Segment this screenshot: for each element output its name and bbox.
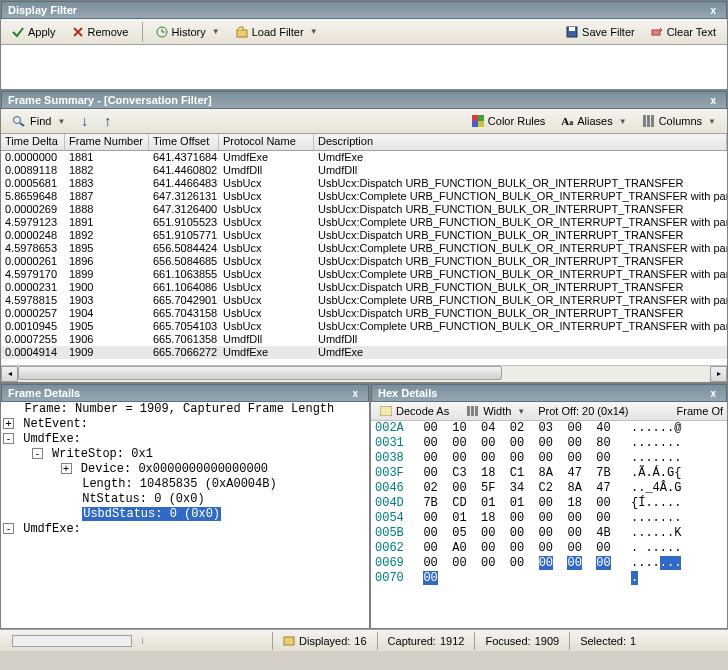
hex-row[interactable]: 004D 7B CD 01 01 00 18 00{Í..... bbox=[371, 496, 727, 511]
tree-row[interactable]: + NetEvent: bbox=[1, 417, 369, 432]
frame-summary-titlebar: Frame Summary - [Conversation Filter] x bbox=[1, 91, 727, 109]
apply-button[interactable]: Apply bbox=[5, 22, 63, 42]
svg-rect-12 bbox=[651, 115, 654, 127]
frame-details-close-button[interactable]: x bbox=[348, 388, 362, 399]
table-row[interactable]: 4.59788151903665.7042901UsbUcxUsbUcx:Com… bbox=[1, 294, 727, 307]
display-filter-textarea[interactable] bbox=[1, 45, 727, 89]
hex-row[interactable]: 0069 00 00 00 00 00 00 00....... bbox=[371, 556, 727, 571]
find-button[interactable]: Find ▼ bbox=[5, 111, 72, 131]
dropdown-icon: ▼ bbox=[619, 117, 627, 126]
tree-toggle[interactable]: + bbox=[3, 418, 14, 429]
hex-row[interactable]: 0062 00 A0 00 00 00 00 00. ..... bbox=[371, 541, 727, 556]
tree-row[interactable]: + Device: 0x0000000000000000 bbox=[1, 462, 369, 477]
table-row[interactable]: 4.59791231891651.9105523UsbUcxUsbUcx:Com… bbox=[1, 216, 727, 229]
table-row[interactable]: 5.86596481887647.3126131UsbUcxUsbUcx:Com… bbox=[1, 190, 727, 203]
load-filter-icon bbox=[236, 26, 248, 38]
tree-row[interactable]: - WriteStop: 0x1 bbox=[1, 447, 369, 462]
svg-rect-15 bbox=[471, 406, 474, 416]
table-row[interactable]: 0.00000001881641.4371684UmdfExeUmdfExe bbox=[1, 151, 727, 164]
table-row[interactable]: 0.00002481892651.9105771UsbUcxUsbUcx:Dis… bbox=[1, 229, 727, 242]
frame-details-panel: Frame Details x Frame: Number = 1909, Ca… bbox=[0, 383, 370, 629]
scroll-thumb[interactable] bbox=[18, 366, 502, 380]
svg-rect-17 bbox=[284, 637, 294, 645]
save-filter-button[interactable]: Save Filter bbox=[559, 22, 642, 42]
hex-row[interactable]: 0038 00 00 00 00 00 00 00....... bbox=[371, 451, 727, 466]
table-row[interactable]: 0.00891181882641.4460802UmdfDllUmdfDll bbox=[1, 164, 727, 177]
history-label: History bbox=[172, 26, 206, 38]
horizontal-scrollbar[interactable]: ◂ ▸ bbox=[1, 365, 727, 382]
col-protocol-name[interactable]: Protocol Name bbox=[219, 134, 314, 150]
frame-details-titlebar: Frame Details x bbox=[1, 384, 369, 402]
status-spacer bbox=[142, 638, 272, 644]
table-row[interactable]: 0.00072551906665.7061358UmdfDllUmdfDll bbox=[1, 333, 727, 346]
aliases-button[interactable]: Aa Aliases ▼ bbox=[554, 111, 633, 131]
col-description[interactable]: Description bbox=[314, 134, 727, 150]
book-icon bbox=[283, 635, 295, 647]
hex-row[interactable]: 002A 00 10 04 02 03 00 40......@ bbox=[371, 421, 727, 436]
hex-details-titlebar: Hex Details x bbox=[371, 384, 727, 402]
hex-details-body[interactable]: 002A 00 10 04 02 03 00 40......@0031 00 … bbox=[371, 421, 727, 628]
scroll-left-button[interactable]: ◂ bbox=[1, 366, 18, 382]
tree-row[interactable]: - UmdfExe: bbox=[1, 432, 369, 447]
hex-details-close-button[interactable]: x bbox=[706, 388, 720, 399]
frame-summary-close-button[interactable]: x bbox=[706, 95, 720, 106]
col-time-delta[interactable]: Time Delta bbox=[1, 134, 65, 150]
hex-row[interactable]: 0046 02 00 5F 34 C2 8A 47.._4Â.G bbox=[371, 481, 727, 496]
find-prev-button[interactable]: ↑ bbox=[97, 109, 118, 133]
decode-as-button[interactable]: Decode As bbox=[375, 403, 454, 419]
remove-button[interactable]: Remove bbox=[65, 22, 136, 42]
tree-row[interactable]: Frame: Number = 1909, Captured Frame Len… bbox=[1, 402, 369, 417]
arrow-down-icon: ↓ bbox=[81, 113, 88, 129]
load-filter-button[interactable]: Load Filter ▼ bbox=[229, 22, 325, 42]
svg-rect-14 bbox=[467, 406, 470, 416]
columns-label: Columns bbox=[659, 115, 702, 127]
clear-text-button[interactable]: Clear Text bbox=[644, 22, 723, 42]
history-button[interactable]: History ▼ bbox=[149, 22, 227, 42]
tree-toggle[interactable]: + bbox=[61, 463, 72, 474]
progress-bar bbox=[12, 635, 132, 647]
hex-row[interactable]: 005B 00 05 00 00 00 00 4B......K bbox=[371, 526, 727, 541]
apply-icon bbox=[12, 26, 24, 38]
tree-row[interactable]: - UmdfExe: bbox=[1, 522, 369, 537]
tree-row[interactable]: UsbdStatus: 0 (0x0) bbox=[1, 507, 369, 522]
table-row[interactable]: 0.00002691888647.3126400UsbUcxUsbUcx:Dis… bbox=[1, 203, 727, 216]
svg-rect-6 bbox=[472, 115, 478, 121]
find-next-button[interactable]: ↓ bbox=[74, 109, 95, 133]
width-icon bbox=[467, 406, 479, 416]
columns-button[interactable]: Columns ▼ bbox=[636, 111, 723, 131]
frame-summary-rows: 0.00000001881641.4371684UmdfExeUmdfExe0.… bbox=[1, 151, 727, 359]
table-row[interactable]: 0.00002311900661.1064086UsbUcxUsbUcx:Dis… bbox=[1, 281, 727, 294]
width-button[interactable]: Width ▼ bbox=[462, 403, 530, 419]
table-row[interactable]: 4.59791701899661.1063855UsbUcxUsbUcx:Com… bbox=[1, 268, 727, 281]
col-time-offset[interactable]: Time Offset bbox=[149, 134, 219, 150]
col-frame-number[interactable]: Frame Number bbox=[65, 134, 149, 150]
tree-toggle[interactable]: - bbox=[32, 448, 43, 459]
scroll-track[interactable] bbox=[18, 366, 710, 382]
color-rules-button[interactable]: Color Rules bbox=[465, 111, 552, 131]
aliases-label: Aliases bbox=[577, 115, 612, 127]
tree-row[interactable]: Length: 10485835 (0xA0004B) bbox=[1, 477, 369, 492]
svg-rect-13 bbox=[380, 406, 392, 416]
table-row[interactable]: 0.00056811883641.4466483UsbUcxUsbUcx:Dis… bbox=[1, 177, 727, 190]
columns-icon bbox=[643, 115, 655, 127]
table-row[interactable]: 0.00049141909665.7066272UmdfExeUmdfExe bbox=[1, 346, 727, 359]
table-row[interactable]: 0.00002611896656.5084685UsbUcxUsbUcx:Dis… bbox=[1, 255, 727, 268]
table-row[interactable]: 4.59786531895656.5084424UsbUcxUsbUcx:Com… bbox=[1, 242, 727, 255]
hex-row[interactable]: 0031 00 00 00 00 00 00 80....... bbox=[371, 436, 727, 451]
hex-row[interactable]: 003F 00 C3 18 C1 8A 47 7B.Ã.Á.G{ bbox=[371, 466, 727, 481]
scroll-right-button[interactable]: ▸ bbox=[710, 366, 727, 382]
svg-rect-3 bbox=[569, 27, 575, 31]
display-filter-title: Display Filter bbox=[8, 4, 77, 16]
hex-row[interactable]: 0054 00 01 18 00 00 00 00....... bbox=[371, 511, 727, 526]
frame-details-tree[interactable]: Frame: Number = 1909, Captured Frame Len… bbox=[1, 402, 369, 628]
load-filter-label: Load Filter bbox=[252, 26, 304, 38]
prot-off-label: Prot Off: 20 (0x14) bbox=[538, 405, 628, 417]
tree-row[interactable]: NtStatus: 0 (0x0) bbox=[1, 492, 369, 507]
tree-toggle[interactable]: - bbox=[3, 523, 14, 534]
display-filter-close-button[interactable]: x bbox=[706, 5, 720, 16]
tree-toggle[interactable]: - bbox=[3, 433, 14, 444]
hex-row[interactable]: 0070 00. bbox=[371, 571, 727, 586]
dropdown-icon: ▼ bbox=[212, 27, 220, 36]
table-row[interactable]: 0.00109451905665.7054103UsbUcxUsbUcx:Com… bbox=[1, 320, 727, 333]
table-row[interactable]: 0.00002571904665.7043158UsbUcxUsbUcx:Dis… bbox=[1, 307, 727, 320]
